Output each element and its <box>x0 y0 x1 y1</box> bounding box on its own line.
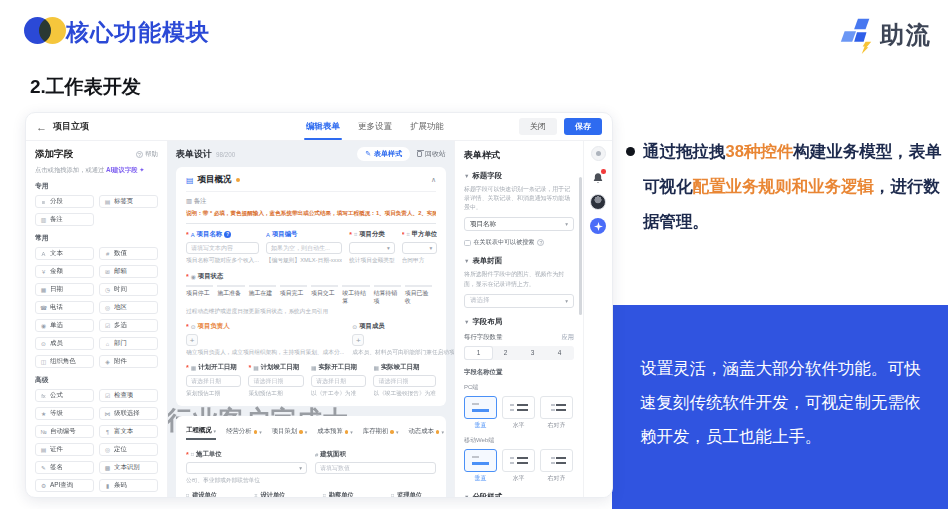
field-type-item[interactable]: ⋈ 级联选择 <box>99 407 158 420</box>
titlebar-tab[interactable]: 扩展功能 <box>410 113 444 140</box>
date-input[interactable]: 请选择日期 <box>186 375 241 387</box>
field-input[interactable]: ▾ <box>402 242 438 254</box>
field-type-item[interactable]: ▮ 条码 <box>99 479 158 492</box>
layout-option[interactable]: 右对齐 <box>540 396 573 430</box>
field-type-item[interactable]: ▤ 证件 <box>35 443 94 456</box>
date-field: * ▦ 计划竣工日期 请选择日期 策划预估工期 <box>248 363 303 398</box>
titlebar-tab[interactable]: 编辑表单 <box>306 113 340 140</box>
ai-suggest-link[interactable]: AI建议字段 <box>106 166 138 173</box>
layout-option[interactable]: 垂直 <box>464 449 497 483</box>
field-type-item[interactable]: ▤ 标签页 <box>99 195 158 208</box>
footer-field-label: ⌗设计单位 <box>254 491 285 497</box>
field-type-item[interactable]: ◈ 附件 <box>99 355 158 368</box>
field-icon: ⌗ <box>406 231 409 238</box>
count-option[interactable]: 4 <box>546 347 573 359</box>
trash-icon <box>417 151 422 157</box>
field-type-item[interactable]: ⌂ 部门 <box>99 337 158 350</box>
status-option[interactable]: 施工准备 <box>217 285 244 305</box>
field-type-item[interactable]: ◷ 时间 <box>99 283 158 296</box>
form-section-title: 项目概况 <box>198 174 232 186</box>
form-style-button[interactable]: ✎表单样式 <box>357 147 410 161</box>
field-type-item[interactable]: ▦ 日期 <box>35 283 94 296</box>
cover-select[interactable]: 请选择▾ <box>464 294 574 308</box>
chevron-down-icon[interactable]: ▼ <box>464 494 469 497</box>
status-option[interactable]: 项目交工 <box>311 285 338 305</box>
date-input[interactable]: 请选择日期 <box>248 375 303 387</box>
form-subtab[interactable]: 工程概况 ▾ <box>186 426 216 440</box>
field-type-item[interactable]: ◉ 单选 <box>35 319 94 332</box>
count-option[interactable]: 2 <box>492 347 519 359</box>
date-input[interactable]: 请选择日期 <box>311 375 366 387</box>
field-type-item[interactable]: ✎ 签名 <box>35 461 94 474</box>
status-option[interactable]: 项目停工 <box>186 285 213 305</box>
field-type-item[interactable]: ¥ 金额 <box>35 265 94 278</box>
note-row: ▥ 备注 <box>186 197 436 206</box>
add-member-button[interactable]: + <box>186 334 198 346</box>
field-type-item[interactable]: ☑ 检查项 <box>99 389 158 402</box>
field-type-item[interactable]: ★ 等级 <box>35 407 94 420</box>
avatar[interactable] <box>590 194 606 210</box>
titlebar-tab[interactable]: 更多设置 <box>358 113 392 140</box>
field-type-item[interactable]: # 数值 <box>99 247 158 260</box>
help-link[interactable]: ?帮助 <box>136 150 158 159</box>
count-option[interactable]: 1 <box>465 347 492 359</box>
searchable-checkbox[interactable]: 在关联表中可以被搜索? <box>464 238 574 247</box>
status-option[interactable]: 项目已验收 <box>405 285 432 305</box>
field-type-item[interactable]: № 自动编号 <box>35 425 94 438</box>
field-type-item[interactable]: ▩ 文本识别 <box>99 461 158 474</box>
status-option[interactable]: 项目完工 <box>280 285 307 305</box>
form-subtab[interactable]: 项目策划 ▾ <box>272 426 308 440</box>
field-type-icon: ☑ <box>104 393 111 399</box>
back-arrow-icon[interactable]: ← <box>36 121 47 133</box>
date-input[interactable]: 请选择日期 <box>373 375 436 387</box>
field-type-item[interactable]: fx 公式 <box>35 389 94 402</box>
field-type-item[interactable]: ◫ 组织角色 <box>35 355 94 368</box>
add-member-button[interactable]: + <box>352 334 364 346</box>
layout-option[interactable]: 垂直 <box>464 396 497 430</box>
ai-assistant-icon[interactable] <box>590 218 606 234</box>
field-input[interactable]: 如果为空，则自动生... ▾ <box>266 242 342 254</box>
layout-option[interactable]: 右对齐 <box>540 449 573 483</box>
count-option[interactable]: 3 <box>519 347 546 359</box>
orange-dot-icon <box>436 430 440 434</box>
status-option[interactable]: 竣工待结算 <box>342 285 369 305</box>
chevron-down-icon[interactable]: ▼ <box>464 258 469 264</box>
scrollbar-thumb[interactable] <box>579 177 582 315</box>
field-input[interactable]: 请填写文本内容 ▾ <box>186 242 259 254</box>
form-subtab[interactable]: 动态成本 ▾ <box>408 426 444 440</box>
recycle-bin-button[interactable]: 回收站 <box>417 149 446 159</box>
field-type-icon: ⚙ <box>40 483 47 489</box>
field-type-item[interactable]: ▥ 备注 <box>35 213 94 226</box>
close-button[interactable]: 关闭 <box>519 118 557 135</box>
status-option[interactable]: 施工在建 <box>249 285 276 305</box>
form-subtab[interactable]: 库存期初 ▾ <box>363 426 399 440</box>
title-field-select[interactable]: 项目名称▾ <box>464 217 574 231</box>
chevron-down-icon[interactable]: ▼ <box>464 319 469 325</box>
user-circle-icon[interactable] <box>591 146 606 161</box>
field-type-item[interactable]: ≡ 分段 <box>35 195 94 208</box>
notification-bell-icon[interactable] <box>590 169 607 186</box>
field-type-item[interactable]: ⚙ API查询 <box>35 479 94 492</box>
field-type-item[interactable]: A 文本 <box>35 247 94 260</box>
collapse-icon[interactable]: ∧ <box>431 176 436 184</box>
field-icon: ⌗ <box>186 492 189 497</box>
field-type-item[interactable]: ⊙ 成员 <box>35 337 94 350</box>
apply-link[interactable]: 应用 <box>562 333 574 342</box>
field-type-item[interactable]: ☑ 多选 <box>99 319 158 332</box>
save-button[interactable]: 保存 <box>564 118 602 135</box>
layout-option[interactable]: 水平 <box>502 449 535 483</box>
chevron-down-icon[interactable]: ▼ <box>464 173 469 179</box>
field-type-item[interactable]: ☎ 电话 <box>35 301 94 314</box>
form-subtab[interactable]: 成本预算 ▾ <box>317 426 353 440</box>
form-subtab[interactable]: 经营分析 ▾ <box>226 426 262 440</box>
field-input[interactable]: 请填写数值 ▾ <box>315 462 436 474</box>
field-input[interactable]: ▾ <box>349 242 395 254</box>
layout-option[interactable]: 水平 <box>502 396 535 430</box>
status-option[interactable]: 结算待销项 <box>374 285 401 305</box>
palette-section-title: 高级 <box>35 375 158 385</box>
field-type-item[interactable]: ¶ 富文本 <box>99 425 158 438</box>
field-input[interactable]: ▾ <box>186 462 307 474</box>
field-type-item[interactable]: ◎ 地区 <box>99 301 158 314</box>
field-type-item[interactable]: ✉ 邮箱 <box>99 265 158 278</box>
field-type-item[interactable]: ◎ 定位 <box>99 443 158 456</box>
